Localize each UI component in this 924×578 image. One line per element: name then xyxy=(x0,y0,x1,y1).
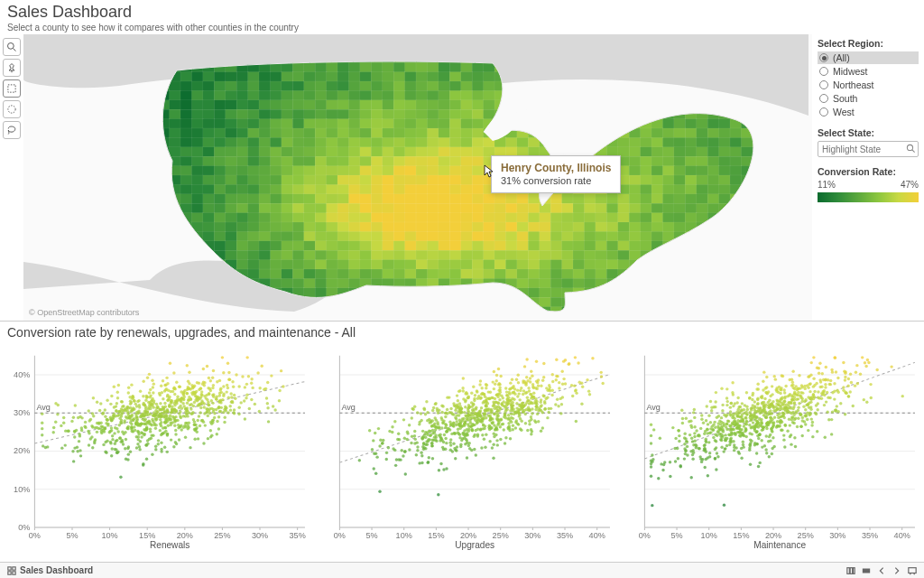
svg-point-3467 xyxy=(397,458,400,461)
svg-rect-725 xyxy=(248,128,260,138)
svg-point-4045 xyxy=(797,416,799,419)
svg-rect-1186 xyxy=(707,184,719,194)
svg-rect-1960 xyxy=(753,288,764,298)
svg-point-2559 xyxy=(182,415,185,417)
highlight-state-input[interactable] xyxy=(818,141,919,157)
sheet-tab[interactable]: Sales Dashboard xyxy=(0,565,100,575)
svg-rect-1274 xyxy=(125,203,136,213)
svg-point-4526 xyxy=(745,421,748,424)
svg-rect-1161 xyxy=(427,184,439,194)
svg-point-4500 xyxy=(685,440,688,443)
svg-rect-1562 xyxy=(214,241,226,251)
svg-point-2720 xyxy=(111,438,114,441)
svg-rect-877 xyxy=(383,147,394,157)
svg-rect-919 xyxy=(69,156,80,166)
svg-point-4539 xyxy=(753,443,756,446)
svg-point-2769 xyxy=(140,431,143,434)
rect-select-tool-button[interactable] xyxy=(3,79,21,98)
svg-point-3848 xyxy=(467,413,470,415)
svg-rect-540 xyxy=(528,100,540,110)
svg-rect-2075 xyxy=(472,307,484,316)
svg-rect-2002 xyxy=(439,297,450,307)
svg-rect-1567 xyxy=(270,241,282,251)
prev-sheet-button[interactable] xyxy=(875,564,888,577)
svg-point-2605 xyxy=(204,424,207,426)
svg-rect-601 xyxy=(427,109,439,119)
svg-point-2378 xyxy=(198,415,200,417)
svg-rect-1252 xyxy=(662,194,674,204)
svg-point-2420 xyxy=(193,424,196,426)
svg-point-4622 xyxy=(865,400,868,403)
svg-point-4712 xyxy=(836,377,839,379)
svg-point-2776 xyxy=(171,406,173,408)
region-option-all[interactable]: (All) xyxy=(818,51,919,64)
svg-point-4105 xyxy=(714,457,716,460)
svg-point-3844 xyxy=(391,431,393,434)
svg-rect-818 xyxy=(505,137,517,147)
svg-rect-2004 xyxy=(461,297,473,307)
presentation-button[interactable] xyxy=(906,564,919,577)
region-option-midwest[interactable]: Midwest xyxy=(818,65,919,78)
next-sheet-button[interactable] xyxy=(891,564,903,577)
svg-rect-1739 xyxy=(629,260,641,270)
svg-rect-1435 xyxy=(360,222,372,232)
radial-select-tool-button[interactable] xyxy=(3,100,21,118)
svg-rect-1661 xyxy=(540,250,551,260)
scatter-upgrades[interactable]: 0%5%10%15%20%25%30%35%40%AvgUpgrades xyxy=(310,341,614,560)
scatter-maintenance[interactable]: 0%5%10%15%20%25%30%35%40%AvgMaintenance xyxy=(615,341,919,560)
svg-point-4550 xyxy=(734,420,736,423)
svg-rect-1393 xyxy=(674,213,686,223)
svg-point-2896 xyxy=(155,406,158,409)
svg-point-4601 xyxy=(808,413,811,415)
svg-point-2914 xyxy=(89,437,92,440)
choropleth-map[interactable]: Henry County, Illinois 31% conversion ra… xyxy=(23,34,812,321)
svg-point-3129 xyxy=(570,384,573,387)
svg-rect-935 xyxy=(248,156,260,166)
svg-rect-949 xyxy=(405,156,417,166)
svg-point-2273 xyxy=(73,435,76,438)
view-filmstrip-button[interactable] xyxy=(845,564,857,577)
svg-point-4429 xyxy=(866,359,869,361)
svg-point-3843 xyxy=(504,414,506,416)
lasso-select-tool-button[interactable] xyxy=(3,121,21,139)
svg-rect-243 xyxy=(337,62,349,72)
svg-point-4140 xyxy=(779,405,781,407)
svg-rect-474 xyxy=(573,90,585,100)
svg-rect-1711 xyxy=(315,260,327,270)
svg-text:Avg: Avg xyxy=(646,403,661,412)
svg-point-2969 xyxy=(208,393,210,396)
svg-rect-1219 xyxy=(292,194,304,204)
svg-rect-1864 xyxy=(461,278,473,288)
radio-icon xyxy=(819,94,828,103)
svg-point-4075 xyxy=(728,413,731,415)
svg-point-3623 xyxy=(466,456,468,459)
scatter-renewals[interactable]: 0%10%20%30%40%0%5%10%15%20%25%30%35%AvgR… xyxy=(5,341,309,560)
svg-rect-1884 xyxy=(685,278,697,288)
svg-rect-836 xyxy=(707,137,719,147)
svg-rect-706 xyxy=(34,128,46,138)
region-option-northeast[interactable]: Northeast xyxy=(818,79,919,91)
svg-point-4010 xyxy=(811,435,814,438)
svg-point-2575 xyxy=(208,377,210,379)
svg-point-3098 xyxy=(385,458,388,461)
pin-tool-button[interactable] xyxy=(3,59,21,77)
svg-rect-1776 xyxy=(259,269,271,279)
svg-rect-1041 xyxy=(651,166,663,176)
svg-rect-375 xyxy=(248,81,260,91)
svg-point-3073 xyxy=(442,468,445,471)
svg-rect-1059 xyxy=(69,175,80,185)
svg-rect-456 xyxy=(371,90,383,100)
region-option-south[interactable]: South xyxy=(818,92,919,105)
svg-rect-1471 xyxy=(763,222,775,232)
svg-point-3742 xyxy=(516,388,519,391)
svg-rect-1569 xyxy=(292,241,304,251)
svg-text:30%: 30% xyxy=(14,408,30,417)
svg-point-4657 xyxy=(738,415,741,418)
svg-point-2908 xyxy=(145,443,148,446)
region-option-west[interactable]: West xyxy=(818,106,919,118)
view-tabs-button[interactable] xyxy=(860,564,873,577)
svg-rect-1953 xyxy=(674,288,686,298)
zoom-tool-button[interactable] xyxy=(3,38,21,56)
svg-point-2820 xyxy=(159,408,162,411)
svg-point-3380 xyxy=(587,389,590,392)
